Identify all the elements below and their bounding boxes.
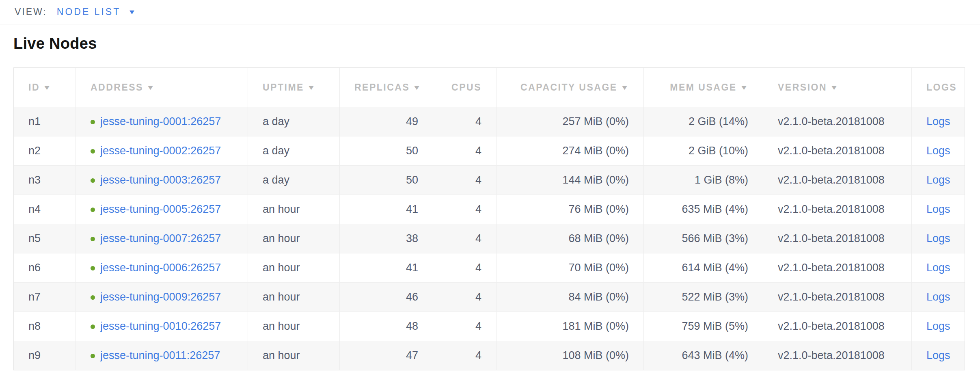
column-header-uptime[interactable]: UPTIME▼: [248, 68, 340, 107]
cell-cpus: 4: [433, 165, 496, 195]
node-address-link[interactable]: jesse-tuning-0002:26257: [100, 145, 221, 157]
table-row: n3jesse-tuning-0003:26257a day504144 MiB…: [14, 165, 965, 195]
cell-version: v2.1.0-beta.20181008: [763, 253, 912, 282]
cell-text: 50: [406, 174, 418, 186]
cell-text: 4: [475, 232, 481, 244]
cell-cpus: 4: [433, 195, 496, 224]
cell-mem: 635 MiB (4%): [644, 195, 763, 224]
node-address-link[interactable]: jesse-tuning-0005:26257: [100, 203, 221, 215]
cell-text: 41: [406, 203, 418, 215]
table-row: n6jesse-tuning-0006:26257an hour41470 Mi…: [14, 253, 965, 282]
cell-address: jesse-tuning-0003:26257: [76, 165, 248, 195]
cell-text: 522 MiB (3%): [682, 291, 748, 303]
cell-address: jesse-tuning-0009:26257: [76, 282, 248, 311]
cell-logs: Logs: [912, 165, 965, 195]
sort-desc-arrow-icon: ▼: [413, 84, 423, 91]
cell-replicas: 38: [340, 224, 433, 253]
node-live-status-dot-icon: [91, 237, 95, 241]
column-header-id[interactable]: ID▼: [14, 68, 76, 107]
cell-replicas: 49: [340, 107, 433, 136]
cell-address: jesse-tuning-0001:26257: [76, 107, 248, 136]
cell-text: 257 MiB (0%): [562, 115, 629, 128]
sort-desc-arrow-icon: ▼: [43, 84, 52, 91]
column-header-address[interactable]: ADDRESS▼: [76, 68, 248, 107]
cell-text: 4: [475, 145, 481, 157]
cell-version: v2.1.0-beta.20181008: [763, 165, 912, 195]
cell-text: 47: [406, 349, 418, 361]
cell-text: n9: [28, 349, 41, 361]
sort-desc-arrow-icon: ▼: [620, 84, 630, 91]
cell-replicas: 48: [340, 311, 433, 341]
node-logs-link[interactable]: Logs: [926, 115, 950, 128]
cell-version: v2.1.0-beta.20181008: [763, 136, 912, 165]
cell-text: n3: [28, 174, 41, 186]
cell-text: 1 GiB (8%): [695, 174, 748, 186]
cell-replicas: 50: [340, 165, 433, 195]
node-address-link[interactable]: jesse-tuning-0006:26257: [100, 262, 221, 274]
cell-text: a day: [263, 115, 289, 128]
table-row: n9jesse-tuning-0011:26257an hour474108 M…: [14, 341, 965, 370]
cell-id: n4: [14, 195, 76, 224]
column-header-mem[interactable]: MEM USAGE▼: [644, 68, 763, 107]
node-address-link[interactable]: jesse-tuning-0003:26257: [100, 174, 221, 186]
column-header-replicas[interactable]: REPLICAS▼: [340, 68, 433, 107]
column-label: MEM USAGE: [670, 82, 736, 93]
column-header-cpus: CPUS: [433, 68, 496, 107]
cell-cpus: 4: [433, 253, 496, 282]
cell-text: 38: [406, 232, 418, 244]
cell-uptime: a day: [248, 107, 340, 136]
node-logs-link[interactable]: Logs: [926, 291, 950, 303]
node-address-link[interactable]: jesse-tuning-0011:26257: [100, 349, 220, 361]
cell-address: jesse-tuning-0010:26257: [76, 311, 248, 341]
cell-text: 84 MiB (0%): [568, 291, 629, 303]
node-address-link[interactable]: jesse-tuning-0001:26257: [100, 115, 221, 128]
node-logs-link[interactable]: Logs: [926, 232, 950, 244]
cell-id: n3: [14, 165, 76, 195]
cell-address: jesse-tuning-0011:26257: [76, 341, 248, 370]
node-logs-link[interactable]: Logs: [926, 203, 950, 215]
node-logs-link[interactable]: Logs: [926, 349, 950, 361]
cell-logs: Logs: [912, 282, 965, 311]
column-header-capacity[interactable]: CAPACITY USAGE▼: [496, 68, 644, 107]
cell-text: 2 GiB (14%): [689, 115, 748, 128]
node-logs-link[interactable]: Logs: [926, 320, 950, 332]
cell-text: 614 MiB (4%): [682, 262, 748, 274]
cell-id: n8: [14, 311, 76, 341]
cell-cpus: 4: [433, 136, 496, 165]
cell-text: 759 MiB (5%): [682, 320, 748, 332]
cell-capacity: 181 MiB (0%): [496, 311, 644, 341]
node-address-link[interactable]: jesse-tuning-0010:26257: [100, 320, 221, 332]
cell-cpus: 4: [433, 224, 496, 253]
node-address-link[interactable]: jesse-tuning-0007:26257: [100, 232, 221, 244]
cell-logs: Logs: [912, 341, 965, 370]
cell-text: 144 MiB (0%): [562, 174, 629, 186]
node-logs-link[interactable]: Logs: [926, 262, 950, 274]
cell-text: an hour: [263, 203, 300, 215]
view-selector-dropdown[interactable]: NODE LIST ▼: [57, 6, 135, 17]
cell-id: n5: [14, 224, 76, 253]
cell-version: v2.1.0-beta.20181008: [763, 311, 912, 341]
chevron-down-icon: ▼: [128, 9, 136, 15]
node-logs-link[interactable]: Logs: [926, 174, 950, 186]
cell-address: jesse-tuning-0007:26257: [76, 224, 248, 253]
table-row: n1jesse-tuning-0001:26257a day494257 MiB…: [14, 107, 965, 136]
cell-replicas: 41: [340, 195, 433, 224]
cell-text: 181 MiB (0%): [562, 320, 629, 332]
node-logs-link[interactable]: Logs: [926, 145, 950, 157]
cell-text: v2.1.0-beta.20181008: [778, 349, 885, 361]
cell-text: 643 MiB (4%): [682, 349, 748, 361]
cell-text: 4: [475, 115, 481, 128]
cell-text: 48: [406, 320, 418, 332]
node-address-link[interactable]: jesse-tuning-0009:26257: [100, 291, 221, 303]
cell-text: an hour: [263, 232, 300, 244]
cell-text: 4: [475, 174, 481, 186]
cell-text: 41: [406, 262, 418, 274]
cell-id: n1: [14, 107, 76, 136]
column-label: ADDRESS: [91, 82, 143, 93]
column-header-version[interactable]: VERSION▼: [763, 68, 912, 107]
cell-id: n2: [14, 136, 76, 165]
table-header-row: ID▼ADDRESS▼UPTIME▼REPLICAS▼CPUSCAPACITY …: [14, 68, 965, 107]
cell-capacity: 70 MiB (0%): [496, 253, 644, 282]
cell-uptime: a day: [248, 136, 340, 165]
cell-capacity: 108 MiB (0%): [496, 341, 644, 370]
